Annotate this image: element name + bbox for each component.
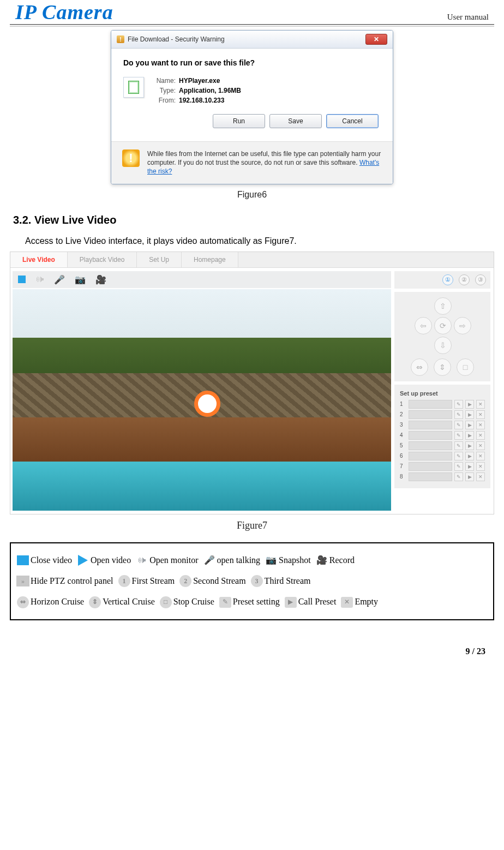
ptz-left-button[interactable]: ⇦ bbox=[415, 317, 432, 334]
call-preset-icon: ▶ bbox=[285, 597, 297, 608]
mic-icon[interactable]: 🎤 bbox=[54, 274, 65, 285]
preset-setting-icon: ✎ bbox=[219, 597, 231, 608]
save-button[interactable]: Save bbox=[269, 114, 322, 128]
legend-preset-setting: Preset setting bbox=[233, 591, 280, 612]
ptz-up-button[interactable]: ⇧ bbox=[434, 297, 452, 315]
preset-set-icon[interactable]: ✎ bbox=[454, 431, 463, 440]
preset-set-icon[interactable]: ✎ bbox=[454, 400, 463, 409]
preset-num: 2 bbox=[400, 411, 406, 417]
preset-call-icon[interactable]: ▶ bbox=[465, 421, 474, 429]
from-value: 192.168.10.233 bbox=[179, 97, 224, 104]
cancel-button[interactable]: Cancel bbox=[326, 114, 379, 128]
legend-box: Close video Open video 🕪Open monitor 🎤op… bbox=[10, 542, 494, 620]
close-icon: ✕ bbox=[374, 35, 379, 43]
legend-snapshot: Snapshot bbox=[279, 550, 311, 571]
legend-open-video: Open video bbox=[91, 550, 131, 571]
open-talking-icon: 🎤 bbox=[203, 554, 216, 566]
dialog-question: Do you want to run or save this file? bbox=[123, 58, 381, 67]
preset-set-icon[interactable]: ✎ bbox=[454, 421, 463, 429]
preset-set-icon[interactable]: ✎ bbox=[454, 462, 463, 471]
run-button[interactable]: Run bbox=[213, 114, 265, 128]
preset-set-icon[interactable]: ✎ bbox=[454, 410, 463, 419]
preset-input[interactable] bbox=[409, 421, 452, 429]
file-icon bbox=[123, 77, 144, 98]
hide-ptz-icon: » bbox=[16, 576, 29, 586]
warning-icon: ! bbox=[122, 149, 140, 167]
legend-third-stream: Third Stream bbox=[265, 571, 311, 591]
ptz-down-button[interactable]: ⇩ bbox=[434, 337, 452, 354]
legend-open-talking: open talking bbox=[217, 550, 261, 571]
video-frame bbox=[13, 289, 391, 511]
second-stream-icon: 2 bbox=[179, 575, 191, 587]
live-video-interface: Live Video Playback Video Set Up Homepag… bbox=[10, 252, 494, 514]
legend-record: Record bbox=[329, 550, 355, 571]
preset-clear-icon[interactable]: ✕ bbox=[476, 410, 485, 419]
tab-playback-video[interactable]: Playback Video bbox=[68, 252, 137, 267]
preset-input[interactable] bbox=[409, 441, 452, 450]
preset-input[interactable] bbox=[409, 400, 452, 409]
preset-clear-icon[interactable]: ✕ bbox=[476, 441, 485, 450]
legend-first-stream: First Stream bbox=[132, 571, 175, 591]
preset-clear-icon[interactable]: ✕ bbox=[476, 431, 485, 440]
first-stream-icon: 1 bbox=[118, 575, 130, 587]
preset-call-icon[interactable]: ▶ bbox=[465, 441, 474, 450]
legend-close-video: Close video bbox=[31, 550, 72, 571]
ptz-right-button[interactable]: ⇨ bbox=[454, 317, 471, 334]
preset-num: 3 bbox=[400, 422, 406, 428]
stream-1-button[interactable]: ① bbox=[442, 274, 453, 285]
type-value: Application, 1.96MB bbox=[179, 87, 241, 94]
open-video-icon bbox=[78, 555, 88, 566]
preset-clear-icon[interactable]: ✕ bbox=[476, 452, 485, 460]
preset-set-icon[interactable]: ✎ bbox=[454, 441, 463, 450]
vertical-cruise-button[interactable]: ⇕ bbox=[434, 358, 451, 376]
legend-open-monitor: Open monitor bbox=[149, 550, 198, 571]
figure6-caption: Figure6 bbox=[10, 190, 494, 200]
stop-cruise-button[interactable]: □ bbox=[457, 358, 474, 376]
horizon-cruise-button[interactable]: ⇔ bbox=[411, 358, 428, 376]
ptz-center-button[interactable]: ⟳ bbox=[434, 317, 452, 334]
from-label: From: bbox=[149, 97, 176, 104]
open-monitor-icon: 🕪 bbox=[135, 554, 148, 566]
preset-call-icon[interactable]: ▶ bbox=[465, 472, 474, 481]
third-stream-icon: 3 bbox=[251, 575, 263, 587]
speaker-icon[interactable]: 🕪 bbox=[35, 274, 44, 284]
legend-call-preset: Call Preset bbox=[298, 591, 337, 612]
close-video-icon bbox=[17, 555, 29, 565]
preset-input[interactable] bbox=[409, 472, 452, 481]
stream-3-button[interactable]: ③ bbox=[475, 274, 486, 285]
stop-icon[interactable] bbox=[18, 276, 26, 283]
legend-stop-cruise: Stop Cruise bbox=[173, 591, 214, 612]
legend-horizon-cruise: Horizon Cruise bbox=[31, 591, 84, 612]
preset-num: 6 bbox=[400, 453, 406, 459]
tab-homepage[interactable]: Homepage bbox=[182, 252, 238, 267]
section-heading: 3.2. View Live Video bbox=[13, 214, 494, 226]
name-label: Name: bbox=[149, 77, 176, 85]
empty-preset-icon: ✕ bbox=[341, 597, 353, 608]
legend-second-stream: Second Stream bbox=[193, 571, 245, 591]
preset-clear-icon[interactable]: ✕ bbox=[476, 421, 485, 429]
preset-input[interactable] bbox=[409, 410, 452, 419]
camera-icon[interactable]: 📷 bbox=[75, 274, 86, 285]
warning-text: While files from the Internet can be use… bbox=[147, 149, 382, 176]
tab-live-video[interactable]: Live Video bbox=[10, 252, 68, 267]
record-icon: 🎥 bbox=[315, 554, 328, 566]
preset-call-icon[interactable]: ▶ bbox=[465, 452, 474, 460]
preset-clear-icon[interactable]: ✕ bbox=[476, 472, 485, 481]
snapshot-icon: 📷 bbox=[265, 554, 278, 566]
vertical-cruise-icon: ⇕ bbox=[89, 596, 101, 608]
preset-set-icon[interactable]: ✎ bbox=[454, 452, 463, 460]
preset-call-icon[interactable]: ▶ bbox=[465, 400, 474, 409]
preset-input[interactable] bbox=[409, 462, 452, 471]
preset-input[interactable] bbox=[409, 431, 452, 440]
tab-set-up[interactable]: Set Up bbox=[137, 252, 182, 267]
record-icon[interactable]: 🎥 bbox=[95, 274, 106, 285]
preset-call-icon[interactable]: ▶ bbox=[465, 431, 474, 440]
preset-call-icon[interactable]: ▶ bbox=[465, 410, 474, 419]
preset-clear-icon[interactable]: ✕ bbox=[476, 462, 485, 471]
preset-call-icon[interactable]: ▶ bbox=[465, 462, 474, 471]
close-button[interactable]: ✕ bbox=[365, 34, 387, 45]
preset-clear-icon[interactable]: ✕ bbox=[476, 400, 485, 409]
preset-input[interactable] bbox=[409, 452, 452, 460]
preset-set-icon[interactable]: ✎ bbox=[454, 472, 463, 481]
stream-2-button[interactable]: ② bbox=[459, 274, 470, 285]
